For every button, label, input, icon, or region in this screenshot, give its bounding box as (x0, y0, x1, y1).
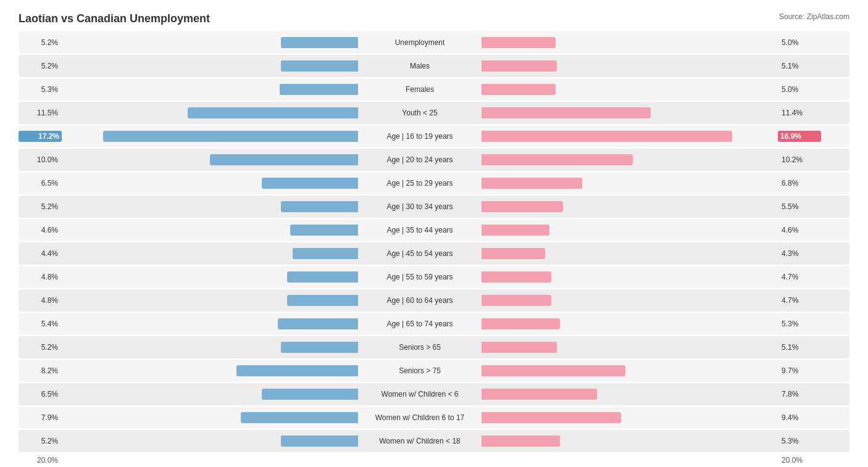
row-label: Youth < 25 (358, 109, 482, 117)
row-label: Age | 25 to 29 years (358, 179, 482, 188)
chart-row: 5.2%Age | 30 to 34 years5.5% (19, 196, 849, 218)
right-bar-container (482, 248, 778, 259)
row-label: Age | 20 to 24 years (358, 155, 482, 164)
left-bar-container (62, 295, 358, 306)
left-bar-container (62, 84, 358, 95)
right-bar (482, 342, 557, 353)
right-bar (482, 389, 597, 400)
right-bar-container (482, 412, 778, 423)
left-bar-container (62, 389, 358, 400)
row-label: Unemployment (358, 38, 482, 47)
row-label: Age | 30 to 34 years (358, 202, 482, 211)
right-bar (482, 84, 556, 95)
left-bar (281, 60, 358, 72)
right-bar-container (482, 225, 778, 236)
left-bar-container (62, 201, 358, 212)
right-value: 5.0% (778, 38, 821, 47)
row-label: Age | 60 to 64 years (358, 296, 482, 305)
left-value: 4.8% (19, 296, 62, 305)
right-bar-container (482, 271, 778, 283)
right-bar (482, 178, 582, 189)
chart-row: 5.2%Unemployment5.0% (19, 31, 849, 54)
chart-row: 5.3%Females5.0% (19, 78, 849, 101)
left-value: 5.2% (19, 343, 62, 352)
right-bar-container (482, 389, 778, 400)
left-bar-container (62, 342, 358, 353)
left-bar-container (62, 178, 358, 189)
left-bar (287, 295, 358, 306)
right-bar (482, 201, 563, 212)
right-bar (482, 225, 549, 236)
right-value: 5.0% (778, 85, 821, 94)
right-bar (482, 365, 625, 376)
row-label: Seniors > 75 (358, 366, 482, 375)
left-bar (281, 342, 358, 353)
left-value: 8.2% (19, 366, 62, 375)
right-value: 6.8% (778, 179, 821, 188)
right-bar (482, 154, 633, 165)
left-bar-container (62, 60, 358, 72)
chart-row: 4.4%Age | 45 to 54 years4.3% (19, 242, 849, 265)
right-value: 7.8% (778, 390, 821, 399)
left-bar (262, 178, 358, 189)
row-label: Age | 45 to 54 years (358, 249, 482, 258)
chart-row: 7.9%Women w/ Children 6 to 179.4% (19, 407, 849, 429)
right-value: 16.9% (778, 131, 821, 142)
row-label: Males (358, 62, 482, 70)
right-bar (482, 37, 556, 48)
left-bar (103, 131, 358, 142)
left-bar (262, 389, 358, 400)
chart-row: 8.2%Seniors > 759.7% (19, 360, 849, 382)
chart-row: 6.5%Women w/ Children < 67.8% (19, 383, 849, 405)
left-value: 5.4% (19, 320, 62, 328)
right-bar (482, 436, 560, 447)
left-value: 6.5% (19, 390, 62, 399)
left-bar (280, 84, 358, 95)
chart-row: 11.5%Youth < 2511.4% (19, 102, 849, 124)
row-label: Women w/ Children < 18 (358, 437, 482, 445)
right-value: 9.4% (778, 413, 821, 422)
right-bar (482, 271, 551, 283)
right-value: 9.7% (778, 366, 821, 375)
left-bar (290, 225, 358, 236)
left-value: 6.5% (19, 179, 62, 188)
left-value: 10.0% (19, 155, 62, 164)
left-bar (188, 107, 358, 118)
chart-row: 5.4%Age | 65 to 74 years5.3% (19, 313, 849, 335)
right-bar-container (482, 178, 778, 189)
axis-left-label: 20.0% (19, 456, 62, 465)
left-bar (236, 365, 358, 376)
left-bar-container (62, 271, 358, 283)
left-value: 5.2% (19, 202, 62, 211)
left-bar (281, 201, 358, 212)
row-label: Women w/ Children < 6 (358, 390, 482, 399)
left-value: 4.4% (19, 249, 62, 258)
chart-row: 5.2%Seniors > 655.1% (19, 336, 849, 358)
right-value: 4.7% (778, 296, 821, 305)
right-value: 5.1% (778, 343, 821, 352)
left-bar (287, 271, 358, 283)
left-bar-container (62, 107, 358, 118)
row-label: Age | 55 to 59 years (358, 273, 482, 281)
left-value: 7.9% (19, 413, 62, 422)
left-value: 4.8% (19, 273, 62, 281)
right-bar-container (482, 107, 778, 118)
left-value: 4.6% (19, 226, 62, 234)
left-bar (281, 37, 358, 48)
right-bar (482, 60, 557, 72)
left-bar-container (62, 412, 358, 423)
left-bar-container (62, 225, 358, 236)
chart-row: 4.8%Age | 55 to 59 years4.7% (19, 266, 849, 288)
chart-title: Laotian vs Canadian Unemployment (19, 12, 849, 25)
right-value: 4.3% (778, 249, 821, 258)
chart-row: 5.2%Women w/ Children < 185.3% (19, 430, 849, 452)
source-label: Source: ZipAtlas.com (779, 12, 849, 21)
chart-row: 10.0%Age | 20 to 24 years10.2% (19, 149, 849, 171)
right-bar-container (482, 84, 778, 95)
left-bar (293, 248, 358, 259)
right-bar-container (482, 365, 778, 376)
chart-row: 4.6%Age | 35 to 44 years4.6% (19, 219, 849, 241)
chart-row: 5.2%Males5.1% (19, 55, 849, 77)
left-bar (210, 154, 358, 165)
row-label: Age | 16 to 19 years (358, 132, 482, 141)
